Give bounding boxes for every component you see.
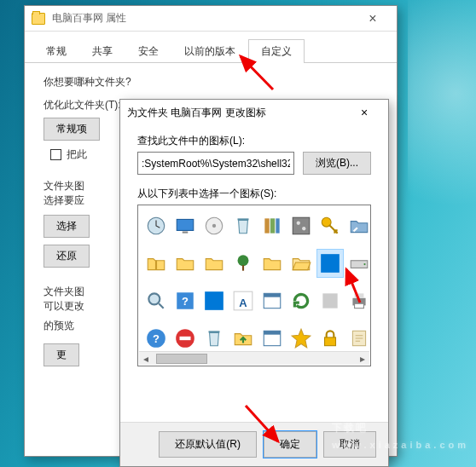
find-icons-label: 查找此文件中的图标(L): — [137, 134, 371, 148]
refresh-icon[interactable] — [288, 287, 314, 314]
svg-rect-37 — [264, 331, 281, 334]
help-round-icon[interactable]: ? — [143, 325, 169, 352]
folder-shortcut-icon[interactable] — [346, 212, 371, 239]
svg-rect-9 — [293, 217, 310, 234]
drive-icon[interactable] — [346, 250, 371, 277]
kind-question: 你想要哪种文件夹? — [44, 75, 378, 89]
icon-list[interactable]: ?A? ◂ ▸ — [137, 205, 371, 366]
star-icon[interactable] — [288, 325, 314, 352]
svg-point-14 — [238, 255, 249, 266]
tab-sharing[interactable]: 共享 — [79, 39, 125, 63]
svg-point-19 — [148, 293, 160, 304]
no-entry-icon[interactable] — [172, 325, 198, 352]
svg-point-11 — [302, 227, 305, 230]
icon-path-input[interactable] — [137, 152, 294, 175]
yellow-folder-icon[interactable] — [172, 250, 198, 277]
recycle-bin-icon[interactable] — [201, 325, 227, 352]
svg-rect-13 — [155, 261, 157, 270]
blue-square-icon[interactable] — [317, 250, 343, 277]
svg-rect-1 — [177, 219, 194, 230]
checkbox-label: 把此 — [67, 147, 87, 162]
tree-icon[interactable] — [230, 250, 256, 277]
watermark-sub: www.xiazaiba.com — [332, 440, 469, 450]
yellow-folder-icon[interactable] — [259, 250, 285, 277]
restore-default-button[interactable]: 还原 — [44, 245, 90, 268]
tab-security[interactable]: 安全 — [125, 39, 171, 63]
svg-point-18 — [363, 263, 365, 265]
scroll-left-icon[interactable]: ◂ — [139, 353, 153, 365]
dialog-title: 为文件夹 电脑百事网 更改图标 — [127, 106, 347, 120]
select-icon-label: 从以下列表中选择一个图标(S): — [137, 187, 371, 201]
window-icon[interactable] — [259, 325, 285, 352]
library-icon[interactable] — [259, 212, 285, 239]
svg-rect-8 — [276, 218, 279, 233]
properties-tabs: 常规 共享 安全 以前的版本 自定义 — [25, 32, 397, 63]
svg-rect-6 — [264, 218, 269, 233]
browse-button[interactable]: 浏览(B)... — [303, 152, 371, 175]
folder-icon — [32, 13, 45, 25]
svg-rect-2 — [183, 232, 189, 234]
scroll-icon[interactable] — [346, 325, 371, 352]
checkbox-box[interactable] — [50, 149, 61, 160]
svg-rect-27 — [322, 293, 337, 308]
svg-text:?: ? — [153, 332, 160, 345]
monitor-icon[interactable] — [172, 212, 198, 239]
dialog-close-icon[interactable]: × — [347, 106, 381, 119]
change-icon-button[interactable]: 更 — [44, 343, 79, 366]
svg-rect-29 — [355, 293, 364, 297]
tab-customize[interactable]: 自定义 — [248, 39, 305, 63]
restore-defaults-button[interactable]: 还原默认值(R) — [159, 431, 257, 458]
scroll-thumb[interactable] — [156, 354, 207, 364]
magnifier-icon[interactable] — [143, 287, 169, 314]
svg-rect-34 — [180, 337, 191, 340]
svg-rect-35 — [209, 331, 220, 332]
folder-up-icon[interactable] — [230, 325, 256, 352]
svg-rect-26 — [264, 293, 281, 297]
scroll-right-icon[interactable]: ▸ — [356, 353, 369, 365]
recycle-bin-icon[interactable] — [230, 212, 256, 239]
properties-titlebar: 电脑百事网 属性 × — [25, 6, 397, 32]
desktop-icon[interactable] — [201, 287, 227, 314]
cd-disc-icon[interactable] — [201, 212, 227, 239]
?-icon[interactable] — [317, 287, 343, 314]
svg-rect-30 — [355, 303, 364, 308]
svg-point-4 — [212, 224, 216, 228]
svg-text:?: ? — [182, 295, 189, 308]
svg-rect-7 — [270, 218, 275, 233]
svg-text:A: A — [239, 297, 247, 309]
svg-rect-16 — [321, 254, 340, 273]
choose-file-button[interactable]: 选择 — [44, 215, 90, 238]
svg-rect-15 — [242, 265, 244, 271]
clock-icon[interactable] — [143, 212, 169, 239]
properties-title: 电脑百事网 属性 — [52, 11, 356, 26]
svg-rect-22 — [205, 291, 223, 310]
lock-icon[interactable] — [317, 325, 343, 352]
watermark: 下载吧 www.xiazaiba.com — [332, 399, 469, 450]
dialog-titlebar: 为文件夹 电脑百事网 更改图标 × — [120, 100, 388, 125]
tab-previous[interactable]: 以前的版本 — [171, 39, 248, 63]
printer-icon[interactable] — [346, 287, 371, 314]
ok-button[interactable]: 确定 — [264, 431, 316, 458]
control-panel-icon[interactable] — [288, 212, 314, 239]
dialog-content: 查找此文件中的图标(L): 浏览(B)... 从以下列表中选择一个图标(S): … — [120, 125, 388, 375]
window-icon[interactable] — [259, 287, 285, 314]
folder-open-icon[interactable] — [288, 250, 314, 277]
key-icon[interactable] — [317, 212, 343, 239]
svg-rect-38 — [325, 337, 336, 346]
svg-point-10 — [297, 222, 300, 225]
help-icon[interactable]: ? — [172, 287, 198, 314]
zip-folder-icon[interactable] — [143, 250, 169, 277]
general-items-button[interactable]: 常规项 — [44, 118, 100, 141]
watermark-main: 下载吧 — [332, 422, 368, 434]
font-a-icon[interactable]: A — [230, 287, 256, 314]
icon-scrollbar[interactable]: ◂ ▸ — [139, 351, 369, 365]
yellow-folder-icon[interactable] — [201, 250, 227, 277]
tab-general[interactable]: 常规 — [33, 39, 79, 63]
svg-rect-5 — [238, 218, 249, 220]
close-icon[interactable]: × — [356, 11, 390, 26]
